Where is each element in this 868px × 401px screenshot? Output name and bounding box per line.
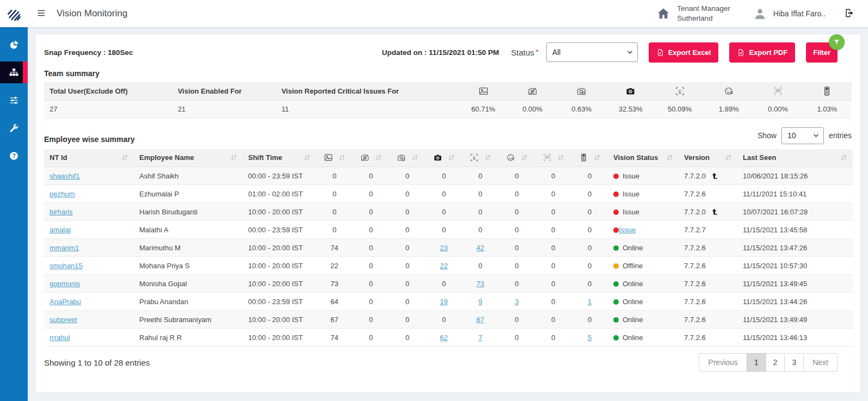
updated-on-label: Updated on : 11/15/2021 01:50 PM [382,48,499,57]
camera-alert-column-header[interactable] [389,149,426,167]
metric-count-cell: 0 [462,167,498,185]
shift-time-cell: 10:00 - 20:00 IST [243,311,316,329]
metric-count-link[interactable]: 7 [478,334,482,342]
nt-id-link[interactable]: rrrahul [50,334,70,342]
nt-id-link[interactable]: shaashif1 [50,172,80,180]
vision-status-cell: Online [608,239,679,257]
image-column-header[interactable] [316,149,353,167]
status-select[interactable]: All [546,42,638,62]
metric-count: 0 [478,172,482,180]
nt-id-link[interactable]: mmarim1 [50,244,79,252]
nt-id-cell: gopmonis [44,275,134,293]
metric-count-link[interactable]: 5 [588,334,592,342]
sidebar-item-tools[interactable] [0,117,28,139]
vision-status-cell: Online [608,293,679,311]
filter-badge[interactable] [829,34,845,50]
status-label[interactable]: Issue [619,226,636,234]
sort-icon [594,154,601,161]
nt-id-link[interactable]: birharis [50,208,73,216]
help-icon [9,151,19,161]
sidebar-item-preferences[interactable] [0,89,28,111]
nt-id-link[interactable]: AnaPrabu [50,298,81,306]
metric-count: 0 [442,280,446,288]
metric-count: 74 [330,244,338,252]
employee-summary-title: Employee wise summary [44,135,135,144]
camera-off-icon [360,153,370,162]
metric-count-cell: 0 [571,221,608,239]
column-header-nt-id[interactable]: NT Id [44,149,134,167]
metric-count-link[interactable]: 19 [440,298,447,306]
camera-covered-column-header[interactable] [426,149,462,167]
column-header-shift-time[interactable]: Shift Time [243,149,316,167]
pagination-next[interactable]: Next [803,353,838,372]
column-header-vision-status[interactable]: Vision Status [608,149,679,167]
menu-toggle-button[interactable] [35,7,49,21]
nt-id-link[interactable]: subpreet [50,316,77,324]
metric-count: 0 [551,172,555,180]
shift-time-cell: 10:00 - 20:00 IST [243,257,316,275]
page-size-select[interactable]: 10 [781,127,824,144]
column-header-last-seen[interactable]: Last Seen [737,149,853,167]
status-label: Offline [623,262,643,270]
face-scan-column-header[interactable] [462,149,498,167]
team-summary-percent: 50.09% [655,100,704,118]
shift-time-cell: 00:00 - 23:59 IST [243,221,316,239]
sidebar-item-team-monitoring[interactable] [0,61,28,83]
nt-id-link[interactable]: smohan15 [50,262,83,270]
pie-chart-icon [9,40,19,50]
version-cell: 7.7.2.6 [679,239,737,257]
export-excel-button[interactable]: Export Excel [649,42,719,63]
multiple-persons-column-header[interactable] [535,149,571,167]
metric-count-link[interactable]: 9 [478,298,482,306]
metric-count-cell: 73 [462,275,498,293]
status-dot [613,317,619,323]
metric-count-cell: 0 [535,203,571,221]
status-dot [613,174,619,179]
export-pdf-button[interactable]: Export PDF [729,42,795,63]
version-value: 7.7.2.7 [684,226,706,234]
sidebar-item-dashboard[interactable] [0,34,28,55]
metric-count-link[interactable]: 67 [476,316,484,324]
metric-count-link[interactable]: 23 [440,244,447,252]
user-menu[interactable]: Hiba Iffat Faro.. [753,7,826,21]
metric-count-cell: 0 [426,221,462,239]
column-header-employee-name[interactable]: Employee Name [134,149,243,167]
metric-count-cell: 0 [426,167,462,185]
status-label: Online [623,316,643,324]
nt-id-link[interactable]: pezhum [50,190,75,198]
upgrade-arrow-icon [711,208,718,215]
team-summary-value: 11 [276,100,459,118]
face-mismatch-column-header[interactable] [498,149,535,167]
version-cell: 7.7.2.0 [679,167,737,185]
metric-count-link[interactable]: 22 [440,262,447,270]
sidebar-item-help[interactable] [0,145,28,166]
tenant-info[interactable]: Tenant Manager Sutherland [656,4,730,23]
mobile-phone-column-header[interactable] [571,149,608,167]
camera-off-column-header[interactable] [353,149,389,167]
column-header-version[interactable]: Version [679,149,737,167]
pagination-previous[interactable]: Previous [699,353,747,372]
nt-id-link[interactable]: gopmonis [50,280,80,288]
logout-button[interactable] [844,8,855,20]
status-label: Issue [623,172,639,180]
metric-count-link[interactable]: 62 [440,334,447,342]
nt-id-cell: shaashif1 [44,167,134,185]
metric-count-link[interactable]: 73 [476,280,484,288]
metric-count-cell: 74 [316,239,353,257]
last-seen-cell: 11/15/2021 13:46:13 [737,329,853,347]
metric-count-link[interactable]: 3 [515,298,519,306]
metric-count-cell: 0 [426,203,462,221]
pagination-page-2[interactable]: 2 [766,353,785,372]
nt-id-link[interactable]: amalat [50,226,71,234]
pagination-page-1[interactable]: 1 [747,353,766,372]
metric-count-cell: 0 [535,275,571,293]
metric-count-cell: 0 [426,275,462,293]
metric-count: 0 [551,280,555,288]
metric-count-cell: 0 [462,203,498,221]
app-header: Vision Monitoring Tenant Manager Sutherl… [0,0,868,27]
metric-count-link[interactable]: 42 [476,244,484,252]
metric-count-cell: 62 [426,329,462,347]
metric-count-link[interactable]: 1 [588,298,592,306]
pagination-page-3[interactable]: 3 [784,353,804,372]
metric-count-cell: 0 [353,239,389,257]
